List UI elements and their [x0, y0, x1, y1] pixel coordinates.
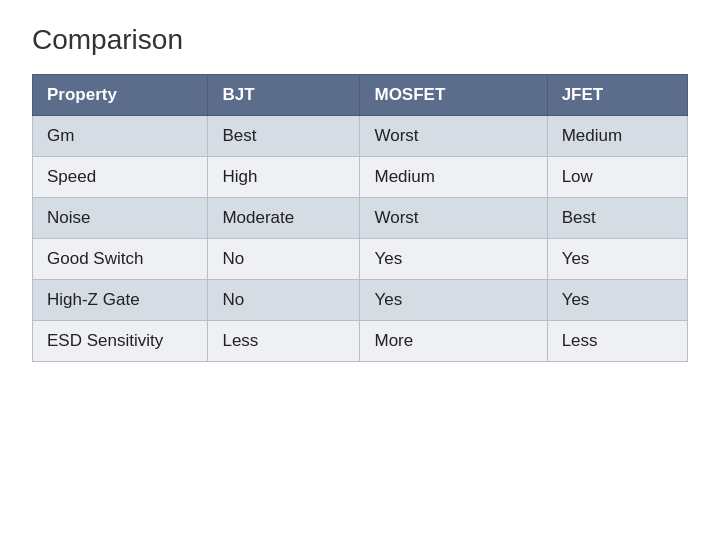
page-title: Comparison	[32, 24, 688, 56]
cell-r4-c2: Yes	[360, 280, 547, 321]
cell-r3-c0: Good Switch	[33, 239, 208, 280]
table-row: SpeedHighMediumLow	[33, 157, 688, 198]
comparison-table: Property BJT MOSFET JFET GmBestWorstMedi…	[32, 74, 688, 362]
cell-r4-c0: High-Z Gate	[33, 280, 208, 321]
cell-r5-c3: Less	[547, 321, 687, 362]
cell-r3-c2: Yes	[360, 239, 547, 280]
cell-r0-c0: Gm	[33, 116, 208, 157]
cell-r0-c3: Medium	[547, 116, 687, 157]
cell-r3-c3: Yes	[547, 239, 687, 280]
cell-r5-c1: Less	[208, 321, 360, 362]
col-header-mosfet: MOSFET	[360, 75, 547, 116]
cell-r5-c0: ESD Sensitivity	[33, 321, 208, 362]
col-header-jfet: JFET	[547, 75, 687, 116]
cell-r1-c1: High	[208, 157, 360, 198]
col-header-property: Property	[33, 75, 208, 116]
table-row: NoiseModerateWorstBest	[33, 198, 688, 239]
cell-r1-c3: Low	[547, 157, 687, 198]
cell-r2-c3: Best	[547, 198, 687, 239]
table-header-row: Property BJT MOSFET JFET	[33, 75, 688, 116]
cell-r0-c1: Best	[208, 116, 360, 157]
cell-r4-c3: Yes	[547, 280, 687, 321]
page: Comparison Property BJT MOSFET JFET GmBe…	[0, 0, 720, 540]
table-row: ESD SensitivityLessMoreLess	[33, 321, 688, 362]
col-header-bjt: BJT	[208, 75, 360, 116]
table-row: GmBestWorstMedium	[33, 116, 688, 157]
table-row: High-Z GateNoYesYes	[33, 280, 688, 321]
cell-r2-c2: Worst	[360, 198, 547, 239]
cell-r0-c2: Worst	[360, 116, 547, 157]
table-body: GmBestWorstMediumSpeedHighMediumLowNoise…	[33, 116, 688, 362]
cell-r2-c0: Noise	[33, 198, 208, 239]
cell-r1-c2: Medium	[360, 157, 547, 198]
cell-r5-c2: More	[360, 321, 547, 362]
cell-r4-c1: No	[208, 280, 360, 321]
cell-r3-c1: No	[208, 239, 360, 280]
cell-r1-c0: Speed	[33, 157, 208, 198]
table-row: Good SwitchNoYesYes	[33, 239, 688, 280]
cell-r2-c1: Moderate	[208, 198, 360, 239]
